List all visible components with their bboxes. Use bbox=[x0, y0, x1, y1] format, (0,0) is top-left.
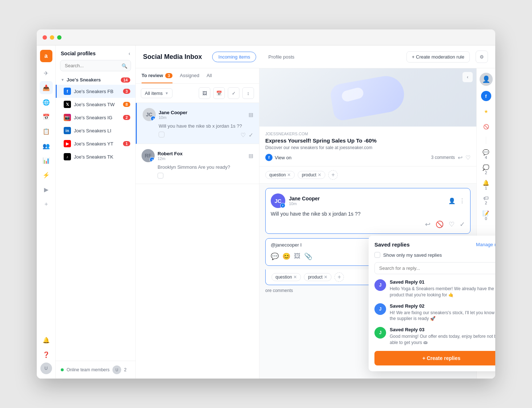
collapse-detail-button[interactable]: ‹ bbox=[462, 72, 473, 82]
sidebar-item-li[interactable]: in Joe's Sneakers LI bbox=[56, 124, 135, 137]
calendar-icon[interactable]: 📅 bbox=[40, 110, 53, 123]
image-tool-icon[interactable]: 🖼 bbox=[294, 252, 301, 260]
manage-replies-link[interactable]: Manage replies bbox=[476, 242, 495, 247]
close-button[interactable] bbox=[43, 35, 47, 40]
user-avatar[interactable]: U bbox=[40, 363, 52, 374]
emoji-tool-icon[interactable]: 😊 bbox=[282, 252, 290, 260]
media-icon[interactable]: ▶ bbox=[40, 183, 53, 196]
right-reviews-count[interactable]: 📝 0 bbox=[480, 209, 493, 222]
heart-icon-post[interactable]: ♡ bbox=[465, 154, 471, 161]
post-title: Express Yourself! Spring Sales Up To -60… bbox=[265, 137, 471, 144]
right-messages-count[interactable]: 💬 4 bbox=[480, 148, 493, 161]
sidebar-item-yt[interactable]: ▶ Joe's Sneakers YT 1 bbox=[56, 137, 135, 150]
collapse-icon[interactable]: ‹ bbox=[128, 51, 130, 56]
dashboard-icon[interactable]: ⚡ bbox=[40, 168, 53, 181]
sidebar-item-tk[interactable]: ♪ Joe's Sneakers TK bbox=[56, 150, 135, 163]
check-circle-icon[interactable]: ✓ bbox=[249, 132, 253, 139]
right-comments-count[interactable]: 💭 2 bbox=[480, 163, 493, 176]
sidebar: Social profiles ‹ 🔍 ▼ Joe's Sneakers 14 … bbox=[56, 45, 136, 379]
saved-reply-item-1[interactable]: J Saved Reply 01 Hello Yoga & Sneakers m… bbox=[374, 279, 495, 298]
saved-reply-item-2[interactable]: J Saved Reply 02 Hi! We are fixing our s… bbox=[374, 303, 495, 322]
remove-product-tag-button[interactable]: ✕ bbox=[318, 172, 321, 177]
reply-search-input[interactable] bbox=[374, 262, 495, 274]
remove-question-tag-button[interactable]: ✕ bbox=[287, 172, 291, 177]
bell-icon[interactable]: 🔔 bbox=[40, 333, 53, 347]
to-review-count: 3 bbox=[165, 73, 172, 78]
maximize-button[interactable] bbox=[57, 35, 61, 40]
app-logo[interactable]: a bbox=[40, 50, 52, 62]
main-area: Social Media Inbox Incoming items Profil… bbox=[136, 45, 495, 379]
sneaker-visual bbox=[329, 73, 407, 121]
msg-checkbox-2[interactable] bbox=[158, 173, 163, 179]
more-comments-text: ore comments bbox=[265, 288, 293, 293]
check-filter-button[interactable]: ✓ bbox=[228, 87, 239, 99]
comment-actions: 👤 ⋮ bbox=[448, 197, 465, 204]
create-rule-button[interactable]: + Create moderation rule bbox=[406, 51, 470, 63]
sidebar-group[interactable]: ▼ Joe's Sneakers 14 bbox=[56, 75, 135, 85]
tags-icon: 🏷 bbox=[483, 195, 489, 201]
facebook-icon: f bbox=[265, 154, 273, 161]
saved-reply-item-3[interactable]: J Saved Reply 03 Good morning! Our offer… bbox=[374, 327, 495, 346]
sidebar-item-ig-label: Joe's Sneakers IG bbox=[74, 115, 120, 120]
tasks-icon[interactable]: 📋 bbox=[40, 125, 53, 138]
inbox-icon[interactable]: 📥 bbox=[40, 81, 53, 94]
view-on-facebook-button[interactable]: f View on bbox=[265, 154, 291, 161]
assign-icon[interactable]: 👤 bbox=[448, 197, 456, 204]
heart-icon[interactable]: ♡ bbox=[241, 132, 246, 139]
messages-icon: 💬 bbox=[483, 149, 489, 156]
message-card-2[interactable]: RF f Robert Fox 12m ▤ Brooklyn Simmons A… bbox=[136, 144, 259, 184]
reply-icon[interactable]: ↩ bbox=[458, 154, 462, 161]
show-mine-checkbox[interactable] bbox=[374, 252, 380, 258]
add-icon[interactable]: ＋ bbox=[40, 197, 53, 211]
hide-reaction-button[interactable]: 🚫 bbox=[436, 220, 444, 228]
post-image: ‹ bbox=[259, 68, 476, 127]
analytics-icon[interactable]: 📊 bbox=[40, 154, 53, 167]
send-icon[interactable]: ✈ bbox=[40, 67, 53, 80]
check-reaction-button[interactable]: ✓ bbox=[460, 220, 465, 228]
team-icon[interactable]: 👥 bbox=[40, 139, 53, 152]
minimize-button[interactable] bbox=[50, 35, 54, 40]
reply-reaction-button[interactable]: ↩ bbox=[425, 220, 430, 228]
remove-bottom-product-tag[interactable]: ✕ bbox=[324, 275, 327, 280]
ig-platform-icon: 📷 bbox=[64, 114, 71, 121]
settings-button[interactable]: ⚙ bbox=[476, 51, 488, 63]
bottom-add-tag-button[interactable]: + bbox=[334, 272, 344, 282]
comment-fb-icon: f bbox=[280, 203, 285, 208]
image-filter-button[interactable]: 🖼 bbox=[199, 87, 210, 99]
sidebar-item-fb[interactable]: f Joe's Sneakers FB 3 bbox=[56, 85, 135, 98]
sort-button[interactable]: ↕ bbox=[242, 87, 254, 99]
right-notif-count[interactable]: 🔔 1 bbox=[480, 178, 493, 191]
right-rail-block-icon[interactable]: 🚫 bbox=[480, 120, 493, 133]
mention-tool-icon[interactable]: 📎 bbox=[304, 252, 312, 260]
sidebar-item-tw[interactable]: 𝕏 Joe's Sneakers TW 8 bbox=[56, 98, 135, 111]
items-filter-select[interactable]: All items ▼ bbox=[141, 88, 172, 98]
tab-profile-posts[interactable]: Profile posts bbox=[262, 52, 301, 62]
comments-count-badge: 2 bbox=[485, 171, 487, 175]
chat-tool-icon[interactable]: 💬 bbox=[271, 252, 279, 260]
remove-bottom-question-tag[interactable]: ✕ bbox=[293, 275, 297, 280]
tab-assigned[interactable]: Assigned bbox=[180, 68, 199, 83]
create-replies-button[interactable]: + Create replies bbox=[374, 351, 495, 365]
create-replies-label: + Create replies bbox=[422, 355, 461, 361]
chevron-down-icon: ▼ bbox=[61, 78, 64, 82]
comment-detail: JC f Jane Cooper 10m 👤 ⋮ bbox=[265, 188, 471, 234]
help-icon[interactable]: ❓ bbox=[40, 348, 53, 361]
tab-all[interactable]: All bbox=[207, 68, 212, 83]
add-tag-button[interactable]: + bbox=[328, 170, 338, 180]
msg-checkbox-1[interactable] bbox=[159, 132, 164, 137]
msg-sender-1: Jane Cooper bbox=[159, 110, 187, 115]
more-options-icon[interactable]: ⋮ bbox=[459, 197, 465, 204]
app-window: a ✈ 📥 🌐 📅 📋 👥 📊 ⚡ ▶ ＋ 🔔 ❓ U Social profi… bbox=[37, 29, 495, 379]
globe-icon[interactable]: 🌐 bbox=[40, 96, 53, 109]
right-rail-star-icon[interactable]: ★ bbox=[480, 105, 493, 118]
search-input[interactable] bbox=[60, 60, 131, 71]
sidebar-item-ig[interactable]: 📷 Joe's Sneakers IG 2 bbox=[56, 111, 135, 124]
right-tags-count[interactable]: 🏷 2 bbox=[480, 193, 493, 207]
message-card-1[interactable]: JC f Jane Cooper 10m ▤ Will you have the… bbox=[136, 103, 259, 144]
tab-incoming-items[interactable]: Incoming items bbox=[212, 52, 256, 62]
right-rail-fb-icon[interactable]: f bbox=[480, 89, 493, 103]
tab-to-review[interactable]: To review 3 bbox=[142, 68, 172, 83]
calendar-filter-button[interactable]: 📅 bbox=[213, 87, 225, 99]
heart-reaction-button[interactable]: ♡ bbox=[449, 220, 454, 228]
comment-user-info: Jane Cooper 10m bbox=[289, 196, 445, 206]
